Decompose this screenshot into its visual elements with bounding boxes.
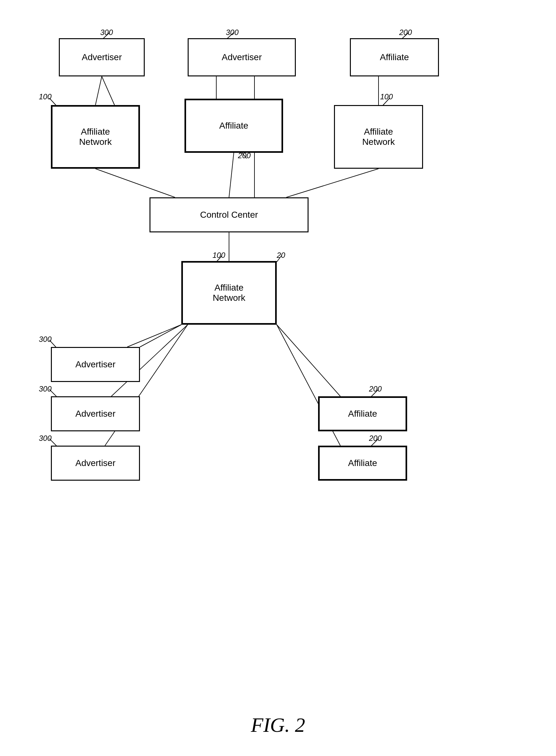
affiliate-mid-box: Affiliate bbox=[184, 99, 283, 153]
affiliate-top-label: Affiliate bbox=[380, 52, 409, 62]
affiliate-network-bottom-label: AffiliateNetwork bbox=[213, 283, 246, 303]
affiliate-top-box: Affiliate bbox=[350, 38, 439, 76]
diagram-area: Advertiser Advertiser Affiliate Affiliat… bbox=[32, 19, 524, 640]
advertiser2-label: Advertiser bbox=[222, 52, 262, 62]
affiliate-br1-box: Affiliate bbox=[318, 396, 407, 431]
ref-200-3: 200 bbox=[369, 385, 382, 393]
affiliate-network-left-box: AffiliateNetwork bbox=[51, 105, 140, 169]
affiliate-network-right-box: AffiliateNetwork bbox=[334, 105, 423, 169]
svg-line-11 bbox=[127, 325, 181, 347]
advertiser4-box: Advertiser bbox=[51, 396, 140, 431]
ref-100-3: 100 bbox=[212, 251, 225, 260]
svg-line-10 bbox=[140, 325, 181, 347]
control-center-label: Control Center bbox=[200, 210, 258, 220]
svg-line-0 bbox=[96, 76, 102, 105]
affiliate-br1-label: Affiliate bbox=[348, 409, 377, 419]
figure-label-text: FIG. 2 bbox=[251, 714, 305, 736]
affiliate-br2-box: Affiliate bbox=[318, 446, 407, 481]
svg-line-6 bbox=[229, 153, 234, 197]
ref-200-4: 200 bbox=[369, 434, 382, 443]
svg-line-8 bbox=[286, 169, 379, 197]
svg-line-1 bbox=[102, 76, 114, 105]
svg-line-14 bbox=[277, 325, 340, 396]
ref-300-3: 300 bbox=[39, 335, 51, 344]
ref-100-2: 100 bbox=[380, 92, 393, 101]
figure-label: FIG. 2 bbox=[251, 713, 305, 737]
ref-100-1: 100 bbox=[39, 92, 51, 101]
advertiser1-box: Advertiser bbox=[59, 38, 145, 76]
advertiser3-box: Advertiser bbox=[51, 347, 140, 382]
advertiser2-box: Advertiser bbox=[188, 38, 296, 76]
affiliate-network-left-label: AffiliateNetwork bbox=[79, 127, 112, 147]
svg-line-5 bbox=[96, 169, 175, 197]
affiliate-br2-label: Affiliate bbox=[348, 458, 377, 468]
ref-300-4: 300 bbox=[39, 385, 51, 393]
ref-300-5: 300 bbox=[39, 434, 51, 443]
affiliate-network-right-label: AffiliateNetwork bbox=[362, 127, 395, 147]
advertiser3-label: Advertiser bbox=[75, 359, 115, 369]
control-center-box: Control Center bbox=[149, 197, 309, 232]
ref-200-1: 200 bbox=[399, 28, 412, 37]
ref-20: 20 bbox=[277, 251, 285, 260]
ref-300-1: 300 bbox=[100, 28, 113, 37]
ref-300-2: 300 bbox=[226, 28, 239, 37]
affiliate-network-bottom-box: AffiliateNetwork bbox=[181, 261, 277, 325]
advertiser1-label: Advertiser bbox=[82, 52, 122, 62]
advertiser5-label: Advertiser bbox=[75, 458, 115, 468]
advertiser5-box: Advertiser bbox=[51, 446, 140, 481]
ref-200-2: 200 bbox=[238, 151, 251, 160]
advertiser4-label: Advertiser bbox=[75, 409, 115, 419]
affiliate-mid-label: Affiliate bbox=[219, 121, 248, 131]
